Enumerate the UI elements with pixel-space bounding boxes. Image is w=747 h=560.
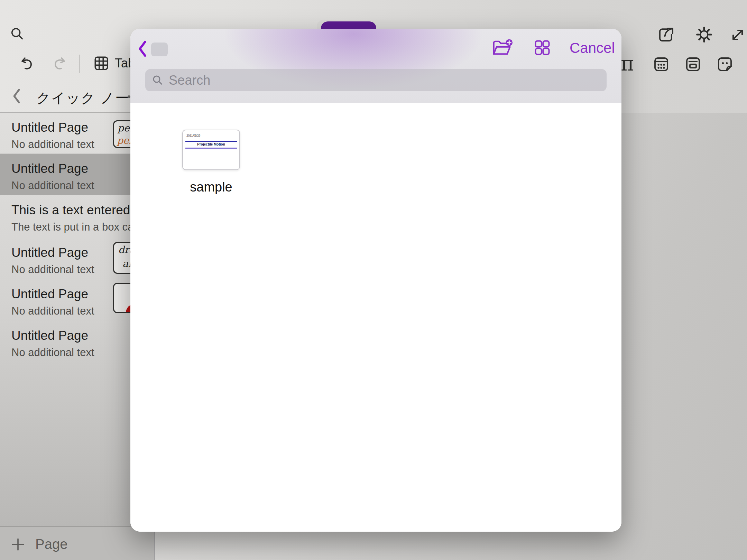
page-subtitle: No additional text <box>11 305 94 317</box>
doc-date: 2021/05/23 <box>186 134 200 137</box>
page-title: Untitled Page <box>11 287 88 301</box>
file-name: sample <box>182 180 240 195</box>
keypad-icon[interactable] <box>652 55 671 74</box>
doc-rule-line <box>185 148 237 149</box>
cancel-button[interactable]: Cancel <box>570 40 615 56</box>
page-subtitle: The text is put in a box called <box>11 221 150 233</box>
more-menu-icon[interactable] <box>128 95 130 98</box>
add-page-button[interactable]: Page <box>10 536 67 552</box>
expand-icon[interactable] <box>728 26 747 44</box>
search-icon[interactable] <box>9 26 26 42</box>
page-title: Untitled Page <box>11 328 88 343</box>
file-item[interactable]: 2021/05/23 Projectile Motion sample <box>182 130 240 195</box>
page-subtitle: No additional text <box>11 179 94 192</box>
sticker-icon[interactable] <box>715 55 735 74</box>
gear-icon[interactable] <box>694 25 714 44</box>
search-icon <box>151 74 164 86</box>
add-page-label: Page <box>35 536 67 552</box>
folder-ghost-icon <box>151 43 168 56</box>
grid-view-icon <box>533 39 551 57</box>
search-input[interactable]: Search <box>145 69 607 91</box>
redo-icon <box>50 55 68 73</box>
page-title: Untitled Page <box>11 245 88 260</box>
sidebar-back-icon[interactable] <box>10 87 24 105</box>
dialog-content: 2021/05/23 Projectile Motion sample <box>130 103 621 532</box>
file-thumbnail: 2021/05/23 Projectile Motion <box>182 130 240 170</box>
dialog-header: Cancel Search <box>130 29 621 103</box>
plus-icon <box>10 537 26 552</box>
share-icon[interactable] <box>656 25 676 44</box>
page-title: Untitled Page <box>11 120 88 135</box>
view-toggle-button[interactable] <box>532 38 552 58</box>
toolbar-divider <box>79 55 80 73</box>
flashcard-icon[interactable] <box>683 55 703 74</box>
page-subtitle: No additional text <box>11 263 94 276</box>
dialog-back-icon[interactable] <box>135 39 150 58</box>
table-icon <box>93 55 110 72</box>
doc-heading: Projectile Motion <box>183 142 239 146</box>
new-folder-button[interactable] <box>491 37 515 58</box>
file-picker-dialog: Cancel Search 2021/05/23 Projectile Moti… <box>130 29 621 532</box>
search-placeholder: Search <box>169 73 210 88</box>
page-subtitle: No additional text <box>11 138 94 151</box>
page-title: This is a text entered in <box>11 203 144 217</box>
screen: Table π <box>0 0 747 560</box>
folder-plus-icon <box>492 38 514 57</box>
undo-icon[interactable] <box>18 55 36 73</box>
page-subtitle: No additional text <box>11 346 94 359</box>
pi-icon[interactable]: π <box>621 52 634 75</box>
doc-rule-line <box>185 141 237 142</box>
page-title: Untitled Page <box>11 161 88 176</box>
